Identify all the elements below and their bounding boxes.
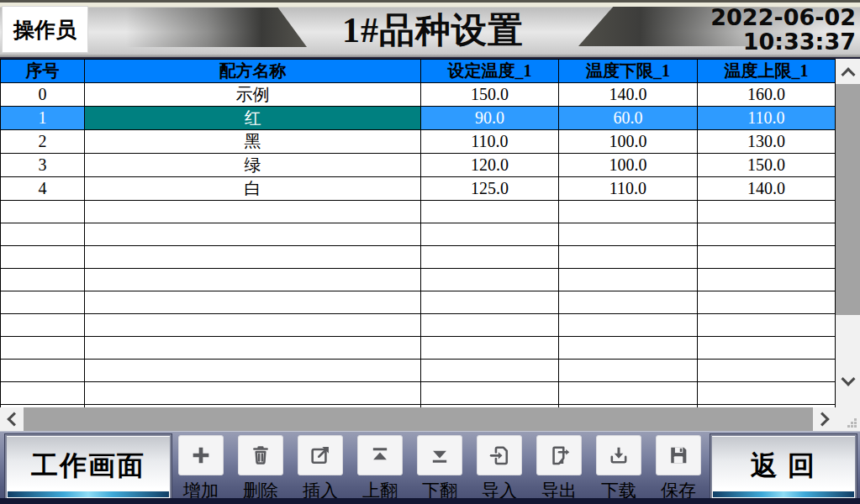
table-row[interactable]: 2 黑 110.0 100.0 130.0 (1, 130, 836, 154)
cell-temp-low[interactable] (559, 360, 698, 382)
cell-recipe-name[interactable]: 示例 (85, 83, 421, 107)
table-row[interactable] (1, 291, 836, 314)
scroll-right-button[interactable] (813, 407, 836, 431)
cell-temp-high[interactable] (698, 360, 836, 382)
cell-set-temp[interactable] (421, 269, 559, 291)
cell-index[interactable] (1, 337, 85, 360)
cell-temp-high[interactable]: 110.0 (698, 107, 836, 130)
cell-recipe-name[interactable]: 白 (85, 177, 421, 201)
page-up-button[interactable]: 上翻 (357, 435, 403, 502)
scroll-up-button[interactable] (836, 60, 860, 84)
cell-temp-high[interactable]: 160.0 (698, 83, 836, 107)
cell-temp-low[interactable]: 100.0 (559, 154, 698, 177)
page-down-button[interactable]: 下翻 (417, 435, 462, 502)
cell-temp-high[interactable]: 140.0 (698, 177, 836, 201)
table-row[interactable]: 3 绿 120.0 100.0 150.0 (1, 154, 836, 177)
cell-set-temp[interactable] (421, 291, 559, 314)
cell-set-temp[interactable]: 90.0 (421, 107, 559, 130)
cell-set-temp[interactable] (421, 223, 559, 246)
cell-recipe-name[interactable] (85, 201, 421, 223)
cell-temp-low[interactable]: 60.0 (559, 107, 698, 130)
cell-index[interactable] (1, 223, 85, 246)
cell-temp-low[interactable] (559, 201, 698, 223)
table-row[interactable] (1, 314, 836, 337)
cell-temp-low[interactable] (559, 382, 698, 405)
insert-button[interactable]: 插入 (298, 435, 343, 502)
table-row[interactable]: 1 红 90.0 60.0 110.0 (1, 107, 836, 130)
cell-set-temp[interactable] (421, 360, 559, 382)
cell-temp-low[interactable]: 140.0 (559, 83, 698, 107)
vertical-scroll-thumb[interactable] (836, 84, 860, 315)
cell-recipe-name[interactable] (85, 382, 421, 405)
cell-temp-high[interactable] (698, 291, 836, 314)
operator-button[interactable]: 操作员 (2, 6, 88, 53)
cell-set-temp[interactable] (421, 337, 559, 360)
cell-index[interactable] (1, 246, 85, 269)
cell-temp-high[interactable] (698, 269, 836, 291)
cell-temp-low[interactable]: 100.0 (559, 130, 698, 154)
cell-set-temp[interactable] (421, 201, 559, 223)
vertical-scrollbar[interactable] (835, 59, 860, 407)
export-button[interactable]: 导出 (536, 435, 582, 502)
cell-set-temp[interactable]: 120.0 (421, 154, 559, 177)
cell-index[interactable]: 1 (1, 107, 85, 130)
cell-index[interactable]: 0 (1, 83, 85, 107)
table-row[interactable] (1, 223, 836, 246)
cell-index[interactable]: 3 (1, 154, 85, 177)
cell-temp-low[interactable] (559, 337, 698, 360)
table-row[interactable] (1, 201, 836, 223)
cell-temp-low[interactable] (559, 291, 698, 314)
cell-index[interactable] (1, 382, 85, 405)
cell-temp-high[interactable] (698, 201, 836, 223)
cell-temp-low[interactable] (559, 246, 698, 269)
cell-temp-high[interactable] (698, 337, 836, 360)
cell-temp-high[interactable] (698, 314, 836, 337)
cell-set-temp[interactable]: 110.0 (421, 130, 559, 154)
cell-set-temp[interactable] (421, 314, 559, 337)
cell-temp-low[interactable] (559, 269, 698, 291)
table-row[interactable] (1, 337, 836, 360)
table-row[interactable]: 0 示例 150.0 140.0 160.0 (1, 83, 836, 107)
cell-temp-high[interactable] (698, 382, 836, 405)
cell-index[interactable] (1, 360, 85, 382)
cell-temp-low[interactable] (559, 314, 698, 337)
cell-index[interactable] (1, 291, 85, 314)
cell-recipe-name[interactable]: 绿 (85, 154, 421, 177)
cell-recipe-name[interactable] (85, 246, 421, 269)
cell-temp-low[interactable] (559, 223, 698, 246)
cell-recipe-name[interactable]: 红 (85, 107, 421, 130)
cell-temp-high[interactable] (698, 246, 836, 269)
download-button[interactable]: 下载 (596, 435, 641, 502)
cell-set-temp[interactable] (421, 382, 559, 405)
cell-temp-high[interactable]: 130.0 (698, 130, 836, 154)
cell-recipe-name[interactable] (85, 337, 421, 360)
work-screen-button[interactable]: 工作画面 (5, 434, 171, 500)
add-button[interactable]: 增加 (178, 435, 224, 502)
table-row[interactable] (1, 246, 836, 269)
table-row[interactable]: 4 白 125.0 110.0 140.0 (1, 177, 836, 201)
cell-index[interactable] (1, 314, 85, 337)
cell-index[interactable] (1, 269, 85, 291)
horizontal-scroll-thumb[interactable] (24, 407, 813, 431)
cell-temp-high[interactable]: 150.0 (698, 154, 836, 177)
table-row[interactable] (1, 269, 836, 291)
cell-recipe-name[interactable] (85, 291, 421, 314)
cell-recipe-name[interactable] (85, 223, 421, 246)
table-row[interactable] (1, 360, 836, 382)
table-row[interactable] (1, 382, 836, 405)
scroll-down-button[interactable] (836, 370, 860, 393)
cell-recipe-name[interactable] (85, 269, 421, 291)
cell-index[interactable] (1, 201, 85, 223)
delete-button[interactable]: 删除 (238, 435, 283, 502)
cell-recipe-name[interactable] (85, 314, 421, 337)
return-button[interactable]: 返 回 (710, 434, 857, 500)
cell-index[interactable]: 4 (1, 177, 85, 201)
scroll-left-button[interactable] (0, 407, 24, 431)
cell-temp-low[interactable]: 110.0 (559, 177, 698, 201)
save-button[interactable]: 保存 (656, 435, 701, 502)
cell-temp-high[interactable] (698, 223, 836, 246)
horizontal-scrollbar[interactable] (0, 407, 860, 431)
cell-index[interactable]: 2 (1, 130, 85, 154)
cell-set-temp[interactable] (421, 246, 559, 269)
resize-grip[interactable] (836, 407, 860, 431)
